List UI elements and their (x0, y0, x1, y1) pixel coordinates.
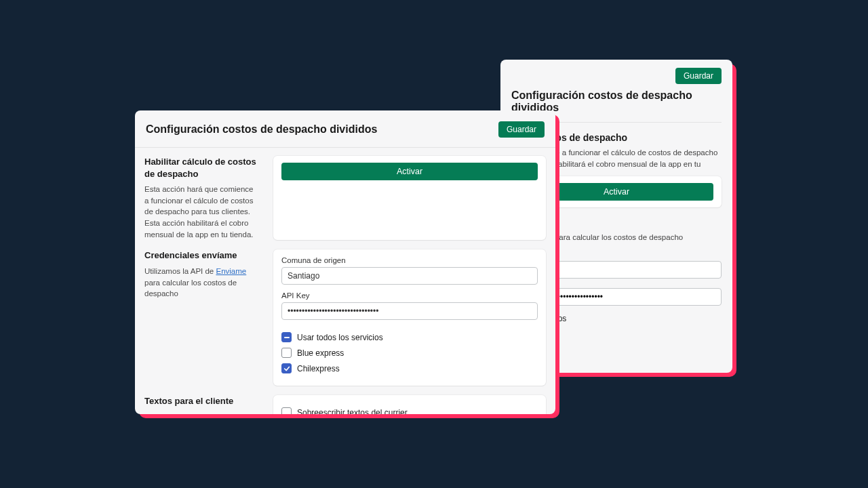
activate-panel: Activar (273, 156, 546, 240)
checkbox-label-blue: Blue express (297, 348, 344, 358)
section-desc-calc: Esta acción hará que comience a funciona… (144, 184, 260, 240)
section-client-texts: Textos para el cliente Decide si vas a u… (144, 395, 546, 414)
section-heading-texts: Textos para el cliente (144, 395, 260, 407)
checkbox-row-chile[interactable]: Chilexpress (281, 363, 538, 373)
checkbox-label-chile: Chilexpress (297, 364, 340, 373)
section-heading-calc: Habilitar cálculo de costos de despacho (144, 156, 260, 180)
page-title: Configuración costos de despacho dividid… (146, 123, 377, 136)
apikey-input[interactable] (281, 302, 538, 320)
save-button-back[interactable]: Guardar (675, 68, 722, 84)
check-icon (283, 365, 290, 372)
section-enable-calc: Habilitar cálculo de costos de despacho … (144, 156, 546, 240)
section-credentials: Credenciales envíame Utilizamos la API d… (144, 249, 546, 386)
comuna-label: Comuna de origen (281, 256, 538, 264)
activate-button[interactable]: Activar (281, 163, 538, 180)
section-desc-texts: Decide si vas a usar el texto por defect… (144, 411, 260, 414)
checkbox-label-all: Usar todos los servicios (297, 333, 383, 342)
checkbox-all-services[interactable] (281, 332, 292, 342)
section-desc-cred: Utilizamos la API de Enviame para calcul… (144, 266, 260, 300)
save-button[interactable]: Guardar (498, 121, 545, 138)
checkbox-blue-express[interactable] (281, 348, 292, 358)
comuna-input[interactable] (281, 267, 538, 285)
enviame-link[interactable]: Enviame (216, 267, 246, 275)
section-heading-cred: Credenciales envíame (144, 249, 260, 262)
apikey-label: API Key (281, 291, 538, 300)
checkbox-row-blue[interactable]: Blue express (281, 348, 538, 358)
front-settings-card: Configuración costos de despacho dividid… (135, 110, 555, 414)
card-header: Configuración costos de despacho dividid… (135, 110, 555, 148)
checkbox-label-override: Sobreescribir textos del currier (297, 408, 408, 414)
checkbox-row-override[interactable]: Sobreescribir textos del currier (281, 407, 538, 414)
texts-panel: Sobreescribir textos del currier (273, 395, 546, 414)
checkbox-row-all[interactable]: Usar todos los servicios (281, 332, 538, 342)
checkbox-override-texts[interactable] (281, 407, 292, 414)
credentials-panel: Comuna de origen API Key Usar todos los … (273, 249, 546, 386)
checkbox-chilexpress[interactable] (281, 363, 292, 373)
